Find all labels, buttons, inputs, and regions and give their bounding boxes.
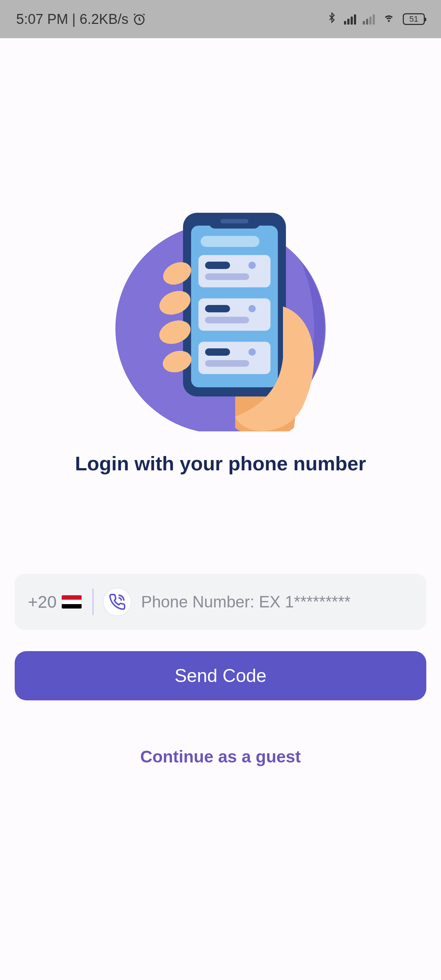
login-screen: Login with your phone number +20 Send Co… (0, 38, 441, 767)
divider (92, 589, 93, 615)
svg-rect-14 (205, 317, 249, 323)
svg-rect-10 (205, 274, 249, 280)
status-time-text: 5:07 PM | 6.2KB/s (16, 11, 129, 27)
signal-icon-secondary (363, 14, 375, 25)
svg-rect-15 (199, 342, 271, 374)
svg-rect-16 (205, 348, 230, 356)
status-left: 5:07 PM | 6.2KB/s (16, 11, 146, 27)
svg-rect-11 (199, 298, 271, 331)
hand-holding-phone-illustration (110, 211, 331, 431)
phone-number-input[interactable] (141, 593, 413, 611)
login-title: Login with your phone number (15, 452, 426, 475)
wifi-icon (382, 11, 396, 27)
svg-rect-12 (205, 305, 230, 312)
svg-point-9 (248, 262, 256, 269)
phone-input-row: +20 (15, 574, 426, 630)
svg-rect-5 (221, 219, 248, 223)
country-code-selector[interactable]: +20 (28, 592, 92, 612)
continue-as-guest-link[interactable]: Continue as a guest (15, 747, 426, 767)
bluetooth-icon (326, 11, 338, 27)
illustration-wrapper (15, 38, 426, 431)
signal-icon (344, 14, 356, 25)
svg-point-17 (248, 348, 256, 356)
alarm-icon (132, 12, 146, 26)
svg-rect-6 (201, 236, 260, 247)
battery-level: 51 (409, 14, 418, 24)
battery-icon: 51 (403, 13, 425, 25)
send-code-button[interactable]: Send Code (15, 651, 426, 700)
status-right: 51 (326, 11, 425, 27)
status-bar: 5:07 PM | 6.2KB/s 51 (0, 0, 441, 38)
svg-rect-7 (199, 255, 271, 287)
country-code-text: +20 (28, 592, 57, 612)
svg-rect-8 (205, 262, 230, 269)
flag-egypt-icon (62, 595, 81, 608)
svg-point-13 (248, 305, 256, 312)
svg-rect-18 (205, 360, 249, 367)
phone-call-icon (103, 587, 132, 616)
